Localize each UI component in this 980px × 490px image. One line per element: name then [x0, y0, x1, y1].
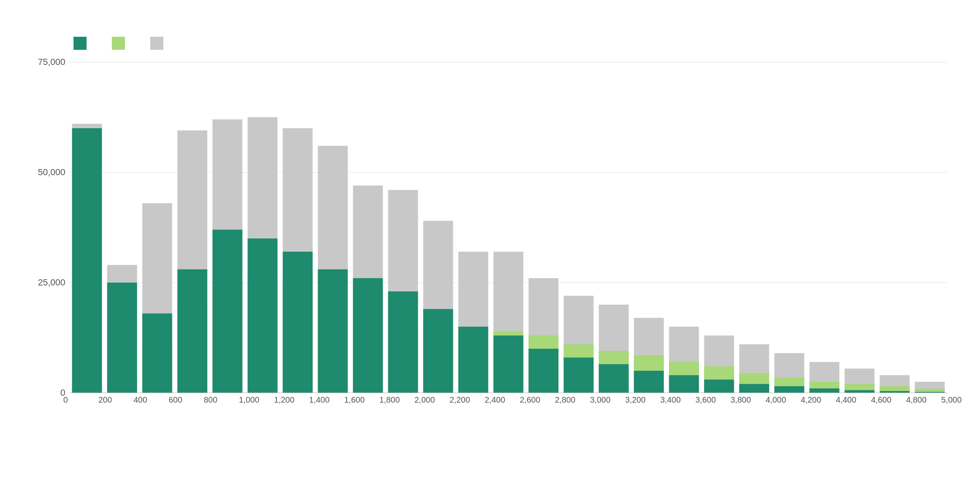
bar-controlled: [669, 375, 699, 393]
bars-svg: [69, 62, 947, 393]
legend-swatch-total: [150, 37, 163, 50]
x-axis-tick-label: 2,800: [555, 395, 575, 405]
bar-controlled: [212, 229, 242, 393]
x-axis-tick-label: 4,600: [871, 395, 891, 405]
bar-controlled: [353, 278, 383, 393]
x-axis-tick-label: 4,000: [766, 395, 786, 405]
x-axis-tick-label: 600: [169, 395, 182, 405]
bar-controlled: [388, 292, 418, 393]
bar-controlled: [247, 238, 277, 393]
bar-controlled: [107, 283, 137, 393]
y-axis-tick-label: 50,000: [38, 167, 65, 178]
grid-and-bars: 75,00050,00025,0000: [69, 62, 947, 393]
bar-controlled: [142, 314, 172, 393]
legend-item-supported: [112, 37, 130, 50]
x-axis-tick-label: 200: [98, 395, 112, 405]
bar-controlled: [564, 358, 593, 393]
x-axis-tick-label: 4,400: [836, 395, 856, 405]
x-axis: 02004006008001,0001,2001,4001,6001,8002,…: [69, 393, 947, 413]
x-axis-tick-label: 4,200: [801, 395, 821, 405]
y-axis-tick-label: 25,000: [38, 277, 65, 288]
legend-swatch-controlled: [74, 37, 87, 50]
x-axis-tick-label: 1,200: [274, 395, 294, 405]
x-axis-tick-label: 5,000: [941, 395, 962, 405]
bar-controlled: [774, 386, 804, 393]
chart-inner: 75,00050,00025,0000 02004006008001,0001,…: [69, 62, 947, 421]
x-axis-tick-label: 3,400: [660, 395, 681, 405]
x-axis-tick-label: 2,200: [450, 395, 470, 405]
x-axis-tick-label: 400: [134, 395, 147, 405]
chart-area: 75,00050,00025,0000 02004006008001,0001,…: [49, 62, 947, 421]
x-axis-tick-label: 3,200: [625, 395, 646, 405]
chart-container: 75,00050,00025,0000 02004006008001,0001,…: [0, 0, 980, 490]
x-axis-tick-label: 1,800: [379, 395, 400, 405]
bar-controlled: [283, 252, 312, 393]
x-axis-tick-label: 4,800: [906, 395, 927, 405]
x-axis-tick-label: 0: [63, 395, 68, 405]
x-axis-tick-label: 3,800: [731, 395, 751, 405]
x-axis-tick-label: 1,600: [344, 395, 365, 405]
x-axis-tick-label: 1,400: [309, 395, 330, 405]
bar-controlled: [528, 349, 558, 393]
x-axis-tick-label: 2,600: [520, 395, 540, 405]
bar-controlled: [318, 270, 347, 393]
bar-controlled: [423, 309, 453, 393]
x-axis-tick-label: 1,000: [239, 395, 259, 405]
bar-controlled: [809, 388, 839, 393]
y-axis-tick-label: 75,000: [38, 57, 65, 67]
legend: [74, 37, 947, 50]
legend-swatch-supported: [112, 37, 125, 50]
x-axis-tick-label: 2,400: [485, 395, 505, 405]
bar-controlled: [704, 380, 734, 393]
x-axis-tick-label: 800: [204, 395, 217, 405]
x-axis-tick-label: 3,000: [590, 395, 610, 405]
x-axis-tick-label: 2,000: [414, 395, 435, 405]
y-axis-label: [49, 62, 69, 421]
x-axis-tick-label: 3,600: [695, 395, 716, 405]
bar-controlled: [458, 327, 488, 393]
bar-controlled: [493, 336, 523, 393]
bar-controlled: [634, 371, 664, 393]
bar-controlled: [599, 364, 628, 393]
legend-item-total: [150, 37, 168, 50]
bar-controlled: [739, 384, 769, 393]
bar-controlled: [72, 128, 102, 393]
legend-item-controlled: [74, 37, 91, 50]
bar-controlled: [177, 270, 207, 393]
